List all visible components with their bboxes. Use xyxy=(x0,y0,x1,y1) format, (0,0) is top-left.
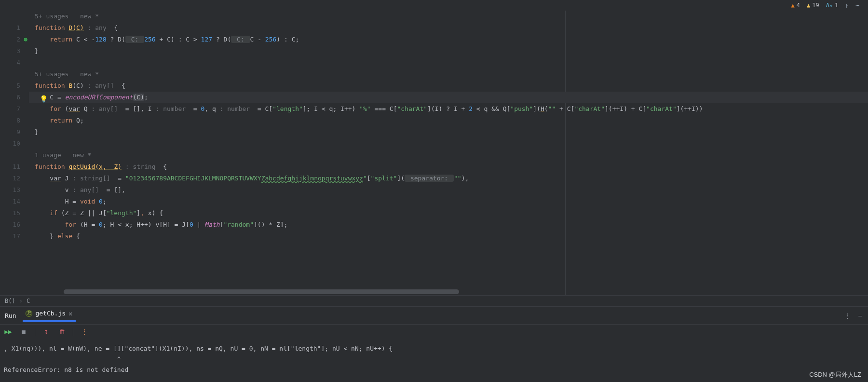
inspection-bar: ▲ 4 ▲ 19 Aₓ 1 ↑ ⋯ xyxy=(0,0,868,11)
toolwindow-options-icon[interactable]: ⋮ xyxy=(844,312,852,319)
code-line[interactable]: function getUuid(x, Z) : string { xyxy=(29,161,868,173)
gutter-line[interactable]: 1 xyxy=(0,22,29,34)
code-line[interactable]: function B(C) : any[] { xyxy=(29,80,868,92)
run-toolbar: ▶▶ ■ ↧ 🗑 ⋮ xyxy=(0,324,868,339)
inspection-typo-badge[interactable]: Aₓ 1 xyxy=(826,2,839,9)
typo-count: 1 xyxy=(835,2,838,9)
run-marker-icon[interactable] xyxy=(23,37,28,42)
breadcrumb-item[interactable]: B() xyxy=(5,295,15,307)
gutter-hint-row xyxy=(0,68,29,80)
gutter-line[interactable]: 7 xyxy=(0,103,29,115)
gutter-hint-row xyxy=(0,150,29,161)
code-line[interactable] xyxy=(29,57,868,68)
warning-icon: ▲ xyxy=(807,2,810,9)
inspection-warn-badge[interactable]: ▲ 19 xyxy=(807,2,819,9)
error-count: 4 xyxy=(797,2,800,9)
scroll-down-button[interactable]: ↧ xyxy=(41,327,52,337)
gutter-line[interactable]: 17 xyxy=(0,231,29,242)
typo-icon: Aₓ xyxy=(826,2,833,9)
console-line: , X1(nq))), nl = W(nW), ne = []​["concat… xyxy=(4,343,864,354)
horizontal-scrollbar[interactable] xyxy=(58,289,868,295)
gutter-line[interactable]: 16 xyxy=(0,219,29,231)
breadcrumb-item[interactable]: C xyxy=(27,295,30,307)
toolbar-more-icon[interactable]: ⋮ xyxy=(79,327,90,337)
gutter-line[interactable]: 5 xyxy=(0,80,29,92)
gutter-hint-row xyxy=(0,11,29,22)
warning-icon: ▲ xyxy=(791,2,795,9)
rerun-button[interactable]: ▶▶ xyxy=(3,327,14,337)
scrollbar-thumb[interactable] xyxy=(64,289,459,294)
console-line: ^ xyxy=(4,354,864,365)
gutter-line[interactable]: 10 xyxy=(0,138,29,150)
toolwindow-hide-icon[interactable]: — xyxy=(858,312,863,319)
warn-count: 19 xyxy=(812,2,819,9)
code-line[interactable]: v : any[] = [], xyxy=(29,184,868,196)
code-line[interactable]: for (var Q : any[] = [], I : number = 0,… xyxy=(29,103,868,115)
toolbar-separator xyxy=(73,327,73,336)
console-output[interactable]: , X1(nq))), nl = W(nW), ne = []​["concat… xyxy=(0,339,868,382)
inspection-error-badge[interactable]: ▲ 4 xyxy=(791,2,800,9)
clear-button[interactable]: 🗑 xyxy=(56,327,67,337)
inlay-hint-row: 5+ usages new * xyxy=(29,68,868,80)
code-line[interactable]: function D(C) : any { xyxy=(29,22,868,34)
code-line[interactable]: H = void 0; xyxy=(29,196,868,207)
code-line[interactable]: return Q; xyxy=(29,115,868,126)
gutter: 1 2 3 4 5 6 7 8 9 10 11 12 13 14 15 16 1… xyxy=(0,11,29,295)
code-line[interactable]: if (Z = Z || J["length"], x) { xyxy=(29,207,868,219)
code-editor[interactable]: 5+ usages new * function D(C) : any { re… xyxy=(29,11,868,295)
gutter-line[interactable]: 4 xyxy=(0,57,29,68)
gutter-line[interactable]: 11 xyxy=(0,161,29,173)
gutter-line[interactable]: 12 xyxy=(0,173,29,184)
watermark: CSDN @局外人LZ xyxy=(809,370,861,379)
breadcrumb: B() › C xyxy=(0,295,868,307)
scroll-up-icon[interactable]: ↑ xyxy=(845,2,849,9)
run-tab[interactable]: JS getCb.js ✕ xyxy=(23,310,75,322)
toolbar-separator xyxy=(35,327,35,336)
gutter-line[interactable]: 3 xyxy=(0,45,29,57)
gutter-line[interactable]: 6 xyxy=(0,92,29,103)
code-line[interactable]: } xyxy=(29,45,868,57)
gutter-line[interactable]: 13 xyxy=(0,184,29,196)
code-line[interactable]: } else { xyxy=(29,231,868,242)
gutter-line[interactable]: 2 xyxy=(0,34,29,45)
gutter-line[interactable]: 9 xyxy=(0,126,29,138)
console-error-line: ReferenceError: n8 is not defined xyxy=(4,365,864,375)
toolwindow-header: Run JS getCb.js ✕ ⋮ — xyxy=(0,307,868,324)
code-line[interactable] xyxy=(29,138,868,150)
inspection-more-icon[interactable]: ⋯ xyxy=(855,2,859,9)
code-line[interactable]: } xyxy=(29,126,868,138)
code-line[interactable]: return C < -128 ? D( C: 256 + C) : C > 1… xyxy=(29,34,868,45)
close-tab-icon[interactable]: ✕ xyxy=(68,310,72,317)
run-tab-filename: getCb.js xyxy=(35,310,66,317)
code-line[interactable]: for (H = 0; H < x; H++) v[H] = J[0 | Mat… xyxy=(29,219,868,231)
run-tool-window: Run JS getCb.js ✕ ⋮ — ▶▶ ■ ↧ 🗑 ⋮ , X1(nq… xyxy=(0,307,868,382)
code-line[interactable]: var J : string[] = "0123456789ABCDEFGHIJ… xyxy=(29,173,868,184)
stop-button[interactable]: ■ xyxy=(18,327,29,337)
js-file-icon: JS xyxy=(26,310,32,317)
inlay-hint-row: 5+ usages new * xyxy=(29,11,868,22)
code-line-current[interactable]: 💡 C = encodeURIComponent(C); xyxy=(29,92,868,103)
toolwindow-title[interactable]: Run xyxy=(5,312,16,319)
editor-area: 1 2 3 4 5 6 7 8 9 10 11 12 13 14 15 16 1… xyxy=(0,11,868,295)
inlay-hint-row: 1 usage new * xyxy=(29,150,868,161)
gutter-line[interactable]: 14 xyxy=(0,196,29,207)
gutter-line[interactable]: 15 xyxy=(0,207,29,219)
breadcrumb-sep-icon: › xyxy=(19,295,23,307)
gutter-line[interactable]: 8 xyxy=(0,115,29,126)
